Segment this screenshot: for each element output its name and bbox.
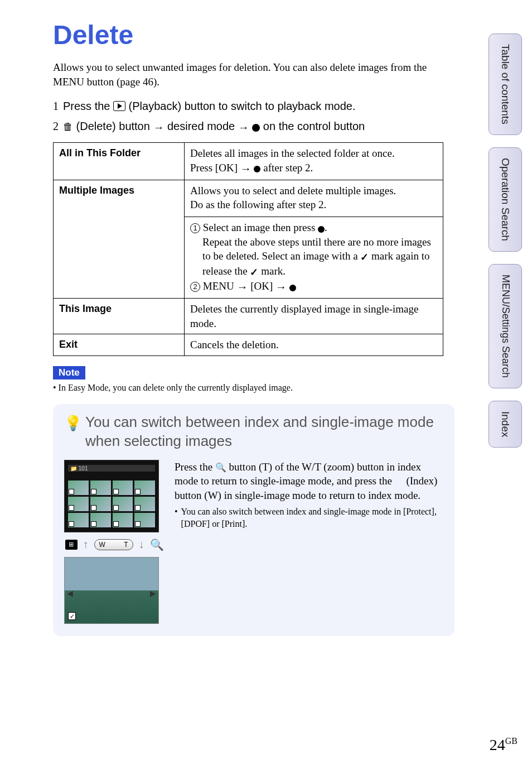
- arrow-right-icon: →: [236, 280, 248, 295]
- table-row: Multiple Images Allows you to select and…: [54, 180, 443, 298]
- note-section: Note • In Easy Mode, you can delete only…: [53, 366, 510, 393]
- intro-text: Allows you to select unwanted images for…: [53, 60, 454, 89]
- magnify-icon: 🔍: [215, 462, 226, 474]
- note-text: • In Easy Mode, you can delete only the …: [53, 383, 510, 393]
- tip-box: 💡 You can switch between index and singl…: [53, 404, 454, 636]
- center-button-icon: [289, 285, 296, 291]
- cell-text: Select an image then press: [203, 222, 318, 233]
- option-key: This Image: [54, 299, 185, 334]
- check-icon: ✓: [68, 612, 76, 620]
- step-2-text-c: on the control button: [263, 120, 365, 132]
- option-key: Multiple Images: [54, 180, 185, 298]
- step-1: 1 Press the (Playback) button to switch …: [53, 97, 454, 116]
- step-2-text-a: (Delete) button: [76, 120, 153, 132]
- step-1-text-b: (Playback) button to switch to playback …: [129, 100, 356, 112]
- center-button-icon: [252, 124, 260, 132]
- option-value: Deletes all images in the selected folde…: [185, 143, 443, 180]
- option-value: Allows you to select and delete multiple…: [185, 180, 443, 298]
- zoom-lever-icon: W T: [94, 539, 133, 550]
- zoom-control-diagram: ⊞ ↑ W T ↓ 🔍: [64, 538, 165, 551]
- option-key: All in This Folder: [54, 143, 185, 180]
- step-1-text-a: Press the: [63, 100, 113, 112]
- check-icon: ✓: [250, 266, 258, 279]
- table-row: This Image Deletes the currently display…: [54, 299, 443, 334]
- nav-left-icon: ◀: [67, 589, 73, 598]
- cell-text: MENU: [203, 280, 237, 292]
- option-key: Exit: [54, 334, 185, 356]
- tip-images: 📁 101 ⊞ ↑ W T ↓ 🔍 ◀ ▶: [64, 460, 165, 624]
- cell-text: mark.: [261, 265, 286, 277]
- table-row: Exit Cancels the deletion.: [54, 334, 443, 356]
- option-value: Deletes the currently displayed image in…: [185, 299, 443, 334]
- cell-text: Allows you to select and delete multiple…: [190, 185, 396, 196]
- index-icon: ⊞: [65, 540, 78, 550]
- cell-text: Do as the following after step 2.: [190, 199, 326, 210]
- index-view-thumbnail: 📁 101: [64, 460, 159, 532]
- arrow-right-icon: →: [240, 161, 252, 176]
- step-2: 2 🗑 (Delete) button → desired mode → on …: [53, 117, 454, 137]
- options-table: All in This Folder Deletes all images in…: [53, 142, 443, 356]
- cell-text: Deletes all images in the selected folde…: [190, 147, 395, 159]
- cell-text: after step 2.: [263, 162, 313, 174]
- step-circle-2-icon: 2: [190, 282, 200, 292]
- cell-text: [OK]: [250, 280, 275, 292]
- bulb-icon: 💡: [64, 414, 82, 451]
- tip-bullet: •You can also switch between index and s…: [175, 506, 443, 530]
- single-view-thumbnail: ◀ ▶ ✓: [64, 557, 159, 624]
- step-number: 1: [53, 97, 59, 116]
- tip-title: 💡 You can switch between index and singl…: [64, 413, 443, 451]
- page-title: Delete: [53, 20, 510, 50]
- page-number-suffix: GB: [505, 736, 518, 746]
- zoom-w-label: W: [99, 541, 105, 549]
- nav-right-icon: ▶: [150, 589, 156, 598]
- center-button-icon: [318, 226, 325, 233]
- tip-bullet-text: You can also switch between index and si…: [181, 506, 443, 530]
- arrow-right-icon: →: [238, 118, 249, 137]
- steps: 1 Press the (Playback) button to switch …: [53, 97, 454, 137]
- note-label: Note: [53, 366, 85, 379]
- tip-body-a: Press the: [175, 461, 215, 473]
- playback-icon: [113, 101, 125, 111]
- arrow-up-icon: ↑: [83, 538, 89, 551]
- tip-text: Press the 🔍 button (T) of the W/T (zoom)…: [175, 460, 443, 624]
- center-button-icon: [254, 166, 260, 172]
- page-number: 24GB: [490, 736, 518, 754]
- arrow-down-icon: ↓: [139, 538, 144, 551]
- arrow-right-icon: →: [153, 118, 164, 137]
- arrow-right-icon: →: [275, 280, 287, 295]
- thumb-header: 📁 101: [68, 465, 155, 472]
- note-body: In Easy Mode, you can delete only the cu…: [59, 383, 293, 392]
- table-row: All in This Folder Deletes all images in…: [54, 143, 443, 180]
- tip-title-text: You can switch between index and single-…: [85, 413, 443, 451]
- step-circle-1-icon: 1: [190, 223, 200, 233]
- delete-icon: 🗑: [63, 118, 73, 136]
- step-number: 2: [53, 117, 59, 136]
- option-value: Cancels the deletion.: [185, 334, 443, 356]
- zoom-t-label: T: [124, 541, 128, 549]
- magnify-icon: 🔍: [150, 538, 164, 551]
- check-icon: ✓: [360, 251, 369, 264]
- index-icon: [395, 479, 404, 487]
- cell-text: .: [325, 222, 327, 233]
- page-number-value: 24: [490, 736, 505, 753]
- step-2-text-b: desired mode: [167, 120, 238, 132]
- cell-text: Press [OK]: [190, 162, 240, 174]
